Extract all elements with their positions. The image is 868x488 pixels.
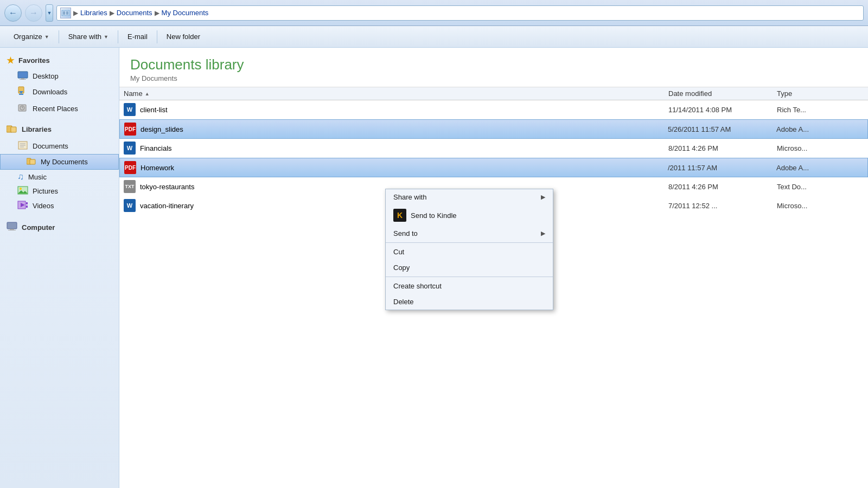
file-name: tokyo-restaurants [140, 183, 194, 191]
table-row[interactable]: W Financials 8/2011 4:26 PM Microso... [119, 139, 868, 158]
col-date-label: Date modified [668, 89, 712, 98]
col-name-header[interactable]: Name ▲ [124, 89, 668, 98]
col-date-header[interactable]: Date modified [668, 89, 777, 98]
back-button[interactable]: ← [4, 4, 22, 22]
sidebar-item-recent-places[interactable]: Recent Places [0, 100, 119, 117]
context-menu: Share with ▶ K Send to Kindle Send to ▶ [385, 189, 553, 310]
library-icon [60, 8, 71, 18]
file-name: Homework [141, 164, 174, 172]
organize-button[interactable]: Organize ▼ [7, 30, 56, 43]
share-with-label: Share with [68, 33, 101, 41]
my-documents-label: My Documents [41, 158, 88, 166]
file-date: 8/2011 4:26 PM [668, 144, 777, 152]
library-subtitle: My Documents [130, 74, 857, 82]
pictures-icon [17, 186, 28, 196]
forward-button[interactable]: → [25, 4, 42, 22]
file-name: Financials [140, 144, 172, 152]
downloads-label: Downloads [33, 88, 67, 96]
svg-rect-14 [11, 127, 16, 132]
file-date: 5/26/2011 11:57 AM [668, 125, 776, 133]
address-bar: ← → ▼ ▶ Libraries ▶ Documents ▶ My Docum… [0, 0, 868, 26]
svg-rect-1 [63, 11, 65, 15]
sidebar-item-documents[interactable]: Documents [0, 138, 119, 154]
computer-label: Computer [22, 223, 55, 232]
downloads-icon [17, 86, 28, 98]
svg-rect-3 [18, 72, 28, 78]
file-type: Microso... [777, 202, 864, 210]
favorites-header[interactable]: ★ Favorites [0, 52, 119, 69]
ctx-create-shortcut-label: Create shortcut [393, 282, 442, 290]
file-type: Adobe A... [776, 164, 863, 172]
ctx-share-with[interactable]: Share with ▶ [386, 189, 553, 205]
file-name: client-list [140, 106, 168, 114]
new-folder-button[interactable]: New folder [159, 30, 207, 43]
table-row[interactable]: PDF Homework /2011 11:57 AM Adobe A... [119, 158, 868, 177]
sidebar-item-music[interactable]: ♫ Music [0, 170, 119, 184]
share-with-arrow: ▼ [104, 34, 108, 40]
nav-dropdown[interactable]: ▼ [46, 4, 53, 22]
sidebar-item-desktop[interactable]: Desktop [0, 69, 119, 84]
txt-icon: TXT [124, 180, 136, 193]
breadcrumb-documents[interactable]: Documents [117, 9, 152, 17]
breadcrumb-libraries[interactable]: Libraries [80, 9, 107, 17]
desktop-icon [17, 71, 28, 81]
ctx-delete[interactable]: Delete [386, 294, 553, 310]
column-headers: Name ▲ Date modified Type [119, 87, 868, 100]
ctx-send-to[interactable]: Send to ▶ [386, 226, 553, 241]
svg-rect-27 [26, 206, 28, 208]
ctx-sep-1 [386, 242, 553, 243]
svg-rect-8 [19, 94, 23, 95]
ctx-share-with-arrow: ▶ [541, 194, 545, 201]
ctx-send-to-arrow: ▶ [541, 230, 545, 237]
ctx-cut-label: Cut [393, 248, 404, 256]
organize-label: Organize [14, 33, 42, 41]
libraries-label: Libraries [22, 125, 52, 133]
pdf-icon: PDF [124, 161, 136, 174]
toolbar: Organize ▼ Share with ▼ E-mail New folde… [0, 26, 868, 48]
file-name-cell: W Financials [124, 142, 668, 155]
sort-arrow: ▲ [145, 91, 150, 97]
svg-rect-26 [26, 202, 28, 204]
svg-rect-28 [7, 222, 17, 229]
sidebar-item-pictures[interactable]: Pictures [0, 184, 119, 198]
content-header: Documents library My Documents [119, 48, 868, 87]
file-type: Rich Te... [777, 106, 864, 114]
computer-icon [7, 222, 17, 233]
ctx-cut[interactable]: Cut [386, 244, 553, 260]
ctx-create-shortcut[interactable]: Create shortcut [386, 278, 553, 294]
computer-header[interactable]: Computer [0, 219, 119, 236]
table-row[interactable]: W client-list 11/14/2011 4:08 PM Rich Te… [119, 100, 868, 119]
libraries-section: Libraries Documents [0, 120, 119, 213]
sidebar-item-downloads[interactable]: Downloads [0, 84, 119, 100]
favorites-label: Favorites [18, 56, 50, 65]
svg-rect-4 [21, 78, 24, 79]
libraries-header[interactable]: Libraries [0, 120, 119, 138]
email-button[interactable]: E-mail [120, 30, 155, 43]
sidebar-item-videos[interactable]: Videos [0, 198, 119, 213]
share-with-button[interactable]: Share with ▼ [61, 30, 116, 43]
col-type-header[interactable]: Type [777, 89, 864, 98]
word-icon: W [124, 142, 136, 155]
table-row[interactable]: PDF design_slides 5/26/2011 11:57 AM Ado… [119, 119, 868, 139]
organize-arrow: ▼ [44, 34, 49, 40]
breadcrumb-my-documents[interactable]: My Documents [162, 9, 209, 17]
main-layout: ★ Favorites Desktop Downloads [0, 48, 868, 488]
music-icon: ♫ [17, 172, 24, 182]
ctx-send-to-kindle[interactable]: K Send to Kindle [386, 205, 553, 226]
sidebar-item-my-documents[interactable]: My Documents [0, 154, 119, 170]
ctx-delete-label: Delete [393, 298, 414, 306]
file-name: design_slides [141, 125, 183, 133]
favorites-star-icon: ★ [7, 55, 14, 66]
library-title: Documents library [130, 56, 857, 73]
pdf-icon: PDF [124, 123, 136, 136]
videos-label: Videos [33, 202, 54, 210]
svg-rect-29 [10, 229, 14, 230]
ctx-copy[interactable]: Copy [386, 260, 553, 275]
ctx-share-with-label: Share with [393, 193, 426, 201]
file-date: 11/14/2011 4:08 PM [668, 106, 777, 114]
file-type: Adobe A... [776, 125, 863, 133]
documents-icon [17, 140, 28, 152]
pictures-label: Pictures [33, 187, 58, 195]
documents-label: Documents [33, 142, 68, 150]
svg-rect-20 [30, 159, 35, 164]
